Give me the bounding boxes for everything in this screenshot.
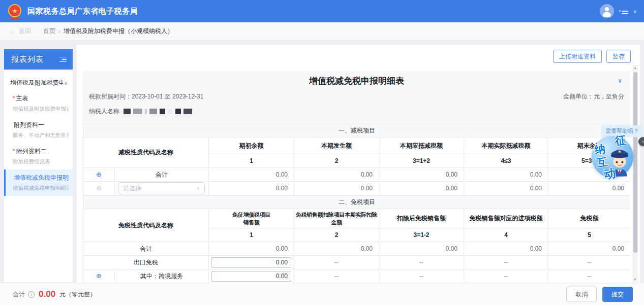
sidebar-item-sub: 服务、不动产和无形资产扣.. [13,132,69,139]
scroll-up-arrow[interactable]: ▲ [632,65,638,71]
cell-value: 0.00 [379,168,464,182]
submit-button[interactable]: 提交 [602,287,633,302]
column-number: 1 [209,154,294,168]
column-number: 3=1-2 [379,228,464,242]
select-placeholder: 请选择 [123,184,141,193]
mascot-char: 征 [614,132,627,149]
column-header: 免税销售额对应的进项税额 [464,209,548,228]
cell-value: -- [379,269,464,283]
column-header: 免征增值税项目 销售额 [209,209,294,228]
form-card: 增值税减免税申报明细表 ∨ 税款所属时间：2023-10-01 至 2023-1… [83,71,630,283]
sidebar-item-main-form[interactable]: *主表 增值税及附加税费申报表 [4,90,73,117]
table-row: 合计 0.00 0.00 0.00 0.00 0.00 [83,242,631,256]
sidebar-group-toggle[interactable]: 增值税及附加税费申报... ∧ [4,76,73,90]
column-header: 本期实际抵减税额 [464,138,548,154]
total-amount-text: 元（零元整） [59,290,96,299]
cell-value: 0.00 [209,242,294,256]
header-row: 免税性质代码及名称 免征增值税项目 销售额 免税销售额扣除项目本期实际扣除 金额… [83,209,631,228]
emblem-star-icon: ★ [8,4,21,17]
sidebar-item-appendix-1[interactable]: 附列资料一 服务、不动产和无形资产扣.. [4,117,73,143]
cell-value: 0.00 [294,182,379,195]
cell-value: 0.00 [548,182,631,195]
sidebar-item-appendix-2[interactable]: *附列资料二 附加税费情况表 [4,143,73,170]
tax-period: 税款所属时间：2023-10-01 至 2023-12-31 [89,92,203,101]
column-number: 1 [209,228,294,242]
cell-value: 0.00 [464,242,548,256]
breadcrumb: ← 返回 首页 › 增值税及附加税费申报（小规模纳税人） [0,22,644,41]
column-header: 本期发生额 [294,138,379,154]
user-menu-icon[interactable] [619,8,628,14]
scroll-down-arrow[interactable]: ▼ [632,277,638,283]
cell-value: -- [379,256,464,269]
tax-nature-select[interactable]: 请选择 ∨ [118,182,204,194]
sidebar-title: 报表列表 [11,55,44,64]
cell-value: -- [294,256,379,269]
table-row: ⊕ 其中：跨境服务 -- -- -- -- [83,269,631,283]
sidebar-item-sub: 增值税减免税申报明细表 [13,185,69,192]
user-avatar[interactable] [600,4,614,18]
add-row-icon[interactable]: ⊕ [96,272,102,280]
header-row: 减税性质代码及名称 期初余额 本期发生额 本期应抵减税额 本期实际抵减税额 期末… [83,138,631,154]
sidebar-item-label: 附列资料二 [16,148,47,155]
total-label: 合计 [13,290,25,299]
cell-value: -- [548,269,631,283]
taxpayer-name-label: 纳税人名称 [89,107,119,116]
cancel-button[interactable]: 取消 [566,287,597,302]
cell-value: 0.00 [294,168,379,182]
required-star: * [13,95,15,102]
section-row: 二、免税项目 [83,196,631,209]
column-number: 3=1+2 [379,154,464,168]
cell-value: 0.00 [464,182,548,195]
exemption-table: 二、免税项目 免税性质代码及名称 免征增值税项目 销售额 免税销售额扣除项目本期… [83,195,630,283]
remove-row-icon[interactable]: ⊖ [96,184,102,192]
chevron-down-icon[interactable]: ∨ [633,9,637,14]
collapse-list-icon[interactable] [59,57,67,62]
column-header: 期初余额 [209,138,294,154]
column-header: 免税销售额扣除项目本期实际扣除 金额 [294,209,379,228]
column-header-name: 免税性质代码及名称 [83,209,209,242]
chevron-up-icon: ∧ [64,81,68,86]
add-row-icon[interactable]: ⊕ [96,171,102,178]
cell-value: 0.00 [379,242,464,256]
column-header: 本期应抵减税额 [379,138,464,154]
table-row: ⊖ 请选择 ∨ 0.00 0.00 0.00 0.00 0.00 [83,182,631,195]
row-name: 其中：跨境服务 [115,269,209,283]
tax-period-label: 税款所属时间： [89,93,132,100]
reduction-table: 一、减税项目 减税性质代码及名称 期初余额 本期发生额 本期应抵减税额 本期实际… [83,124,630,195]
temp-save-button[interactable]: 暂存 [606,50,631,63]
cross-border-service-input[interactable] [211,271,291,282]
table-row: 出口免税 -- -- -- -- [83,256,631,269]
back-button[interactable]: ← 返回 [9,27,31,36]
info-icon[interactable]: i [28,291,35,298]
edge-collapse-button[interactable]: ‹ [638,137,644,146]
sidebar-item-sub: 附加税费情况表 [13,158,69,165]
mascot-char: 动 [603,165,617,183]
tax-period-value: 2023-10-01 至 2023-12-31 [132,93,203,100]
upload-attachments-button[interactable]: 上传附送资料 [553,50,602,63]
column-header-name: 减税性质代码及名称 [83,138,209,168]
breadcrumb-home[interactable]: 首页 [43,27,55,36]
sidebar-item-vat-exemption-detail[interactable]: 增值税减免税申报明... 增值税减免税申报明细表 [4,170,73,196]
cell-value: -- [464,269,548,283]
row-name: 出口免税 [83,256,209,269]
sidebar-item-sub: 增值税及附加税费申报表 [13,106,69,113]
export-exempt-sales-input[interactable] [211,257,291,268]
tax-interaction-mascot[interactable]: 征 纳 互 动 [592,134,635,178]
cell-value: -- [464,256,548,269]
row-name: 合计 [83,242,209,256]
page-title: 增值税减免税申报明细表 [309,76,404,86]
chevron-down-icon: ∨ [197,186,200,191]
cell-value: 0.00 [294,242,379,256]
section-row: 一、减税项目 [83,124,631,138]
footer-bar: 合计 i 0.00 元（零元整） 取消 提交 [0,283,644,305]
sidebar-item-label: 主表 [16,95,28,102]
sidebar-item-label: 增值税减免税申报明... [14,174,69,181]
app-title: 国家税务总局广东省电子税务局 [27,7,138,16]
cell-value: -- [548,256,631,269]
collapse-form-icon[interactable]: ∨ [618,77,622,84]
breadcrumb-separator: › [58,28,60,35]
taxpayer-name-redacted [124,109,192,114]
app-header: ★ 国家税务总局广东省电子税务局 ∨ [0,0,644,22]
main-panel: 上传附送资料 暂存 增值税减免税申报明细表 ∨ 税款所属时间：2023-10-0… [77,45,640,283]
logo-subtext [10,18,20,20]
